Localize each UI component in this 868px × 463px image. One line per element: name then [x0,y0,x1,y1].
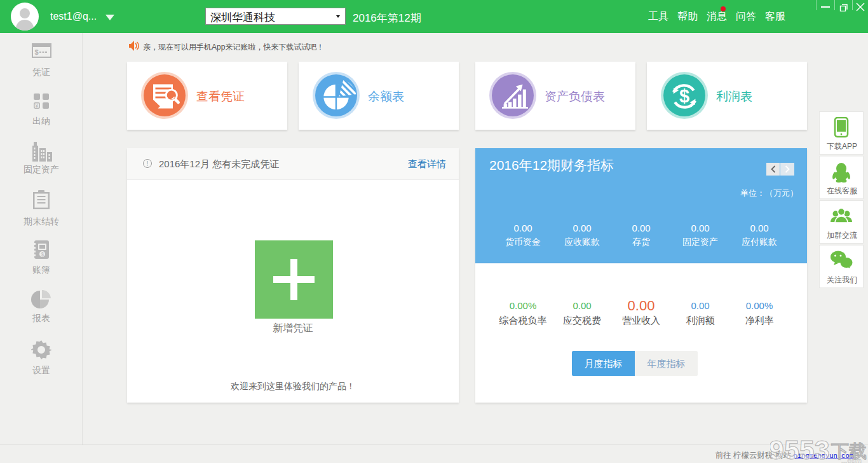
svg-text:¥: ¥ [34,102,39,109]
svg-text:$: $ [679,86,689,106]
svg-text:...com: ...com [841,457,862,463]
svg-text:$: $ [41,251,44,258]
svg-text:$: $ [34,48,38,56]
svg-text:9553: 9553 [770,436,830,463]
